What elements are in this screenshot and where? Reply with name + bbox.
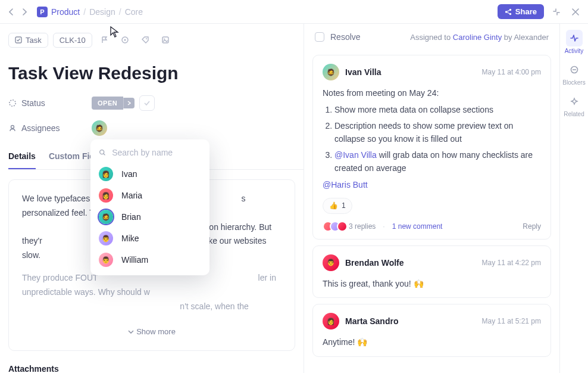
status-complete-button[interactable] [139, 95, 155, 111]
related-icon [570, 97, 579, 106]
comment-avatar: 👨 [323, 254, 339, 271]
mention-link[interactable]: @Ivan Villa [334, 150, 377, 160]
assignee-search-input[interactable] [112, 148, 201, 157]
svg-point-1 [505, 11, 507, 13]
resolve-label[interactable]: Resolve [330, 32, 361, 42]
breadcrumb-mid[interactable]: Design [89, 7, 115, 17]
svg-point-5 [124, 39, 126, 41]
comment-author: Ivan Villa [345, 67, 381, 77]
status-dropdown[interactable] [123, 98, 135, 108]
mouse-cursor-icon [110, 26, 120, 38]
breadcrumb-leaf[interactable]: Core [125, 7, 143, 17]
svg-point-15 [100, 150, 104, 154]
svg-point-6 [146, 38, 147, 39]
svg-point-10 [11, 126, 14, 129]
reply-avatars [323, 221, 344, 232]
assignee-avatar[interactable]: 🧔 [92, 120, 107, 136]
status-badge[interactable]: OPEN [92, 97, 123, 110]
svg-point-0 [509, 8, 511, 10]
resolve-checkbox[interactable] [315, 32, 324, 42]
share-button[interactable]: Share [498, 4, 544, 19]
assignee-option-ivan[interactable]: 👩Ivan [90, 163, 209, 185]
svg-rect-7 [162, 37, 168, 43]
comment-author: Marta Sandro [345, 316, 398, 326]
product-badge-icon: P [37, 7, 48, 17]
chevron-down-icon [128, 330, 134, 334]
task-id-pill[interactable]: CLK-10 [53, 33, 92, 48]
comment-avatar: 👩 [323, 313, 339, 330]
collapse-icon[interactable] [550, 5, 563, 18]
page-title: Task View Redesign [8, 63, 304, 83]
task-type-pill[interactable]: Task [8, 33, 48, 48]
comment-time: May 11 at 4:22 pm [482, 259, 541, 267]
rail-related[interactable]: Related [560, 93, 588, 117]
assignee-option-brian[interactable]: 🧔Brian [90, 206, 209, 228]
activity-icon [570, 33, 579, 43]
assignee-option-mike[interactable]: 👨Mike [90, 228, 209, 249]
assignee-popover: 👩Ivan 👩Maria 🧔Brian 👨Mike 👨William [90, 139, 209, 275]
image-icon[interactable] [158, 32, 173, 48]
assignee-option-maria[interactable]: 👩Maria [90, 185, 209, 206]
assignee-option-william[interactable]: 👨William [90, 249, 209, 271]
rail-activity[interactable]: Activity [560, 30, 588, 54]
reaction-chip[interactable]: 👍 1 [323, 198, 352, 214]
comment-author: Brendan Wolfe [345, 258, 404, 268]
comment-time: May 11 at 4:00 pm [482, 68, 541, 76]
task-check-icon [15, 36, 22, 43]
svg-point-9 [10, 100, 15, 106]
svg-point-2 [509, 13, 511, 14]
nav-back-button[interactable] [5, 5, 18, 18]
tab-custom-fields[interactable]: Custom Fie [49, 145, 94, 169]
search-icon [99, 148, 106, 157]
assigned-info: Assigned to Caroline Ginty by Alexander [410, 33, 549, 42]
tag-icon[interactable] [137, 32, 153, 48]
nav-forward-button[interactable] [18, 5, 31, 18]
rail-blockers[interactable]: Blockers [560, 61, 588, 86]
new-comment-link[interactable]: 1 new comment [392, 222, 443, 231]
replies-link[interactable]: 3 replies [349, 222, 376, 231]
comment-time: May 11 at 5:21 pm [482, 317, 541, 325]
share-icon [505, 8, 512, 15]
comment-avatar: 🧔 [323, 64, 339, 80]
comment-card: 🧔 Ivan Villa May 11 at 4:00 pm Notes fro… [312, 55, 551, 240]
close-button[interactable] [569, 5, 582, 18]
blockers-icon [570, 65, 579, 74]
status-icon [8, 99, 17, 107]
person-icon [8, 124, 17, 132]
comment-card: 👩 Marta Sandro May 11 at 5:21 pm Anytime… [312, 304, 551, 356]
breadcrumb-root[interactable]: Product [51, 7, 80, 17]
show-more-button[interactable]: Show more [22, 322, 282, 338]
reply-button[interactable]: Reply [523, 222, 541, 231]
tab-details[interactable]: Details [8, 145, 36, 169]
attachments-heading: Attachments [8, 364, 304, 373]
mention-link[interactable]: @Haris Butt [323, 180, 368, 189]
comment-card: 👨 Brendan Wolfe May 11 at 4:22 pm This i… [312, 245, 551, 298]
svg-point-8 [164, 39, 165, 40]
